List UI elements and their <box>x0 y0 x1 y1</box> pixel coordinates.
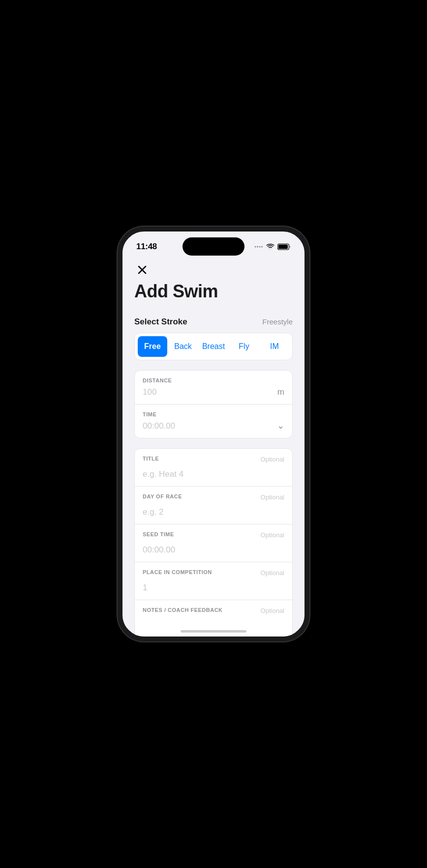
screen-content: Add Swim Select Stroke Freestyle Free Ba… <box>122 258 305 637</box>
stroke-label: Select Stroke <box>134 317 187 327</box>
svg-point-0 <box>255 246 256 248</box>
distance-field[interactable]: DISTANCE 100 m <box>135 371 292 405</box>
stroke-btn-fly[interactable]: Fly <box>229 336 259 357</box>
stroke-btn-free[interactable]: Free <box>138 336 167 357</box>
battery-icon <box>277 243 291 250</box>
stroke-btn-back[interactable]: Back <box>168 336 198 357</box>
svg-point-2 <box>259 246 261 248</box>
time-label: TIME <box>143 411 284 417</box>
place-label: PLACE IN COMPETITION <box>143 569 212 575</box>
day-of-race-optional-tag: Optional <box>261 493 284 501</box>
distance-value: 100 <box>143 387 156 397</box>
distance-unit: m <box>277 387 284 397</box>
status-time: 11:48 <box>136 242 157 252</box>
seed-time-field[interactable]: SEED TIME Optional 00:00.00 <box>135 524 292 562</box>
page-title: Add Swim <box>134 282 293 301</box>
title-label: TITLE <box>143 456 159 462</box>
wifi-icon <box>266 244 274 250</box>
day-of-race-field[interactable]: DAY OF RACE Optional e.g. 2 <box>135 487 292 524</box>
place-optional-tag: Optional <box>261 569 284 577</box>
day-of-race-placeholder: e.g. 2 <box>143 507 164 517</box>
notes-label: NOTES / COACH FEEDBACK <box>143 607 223 613</box>
distance-label: DISTANCE <box>143 377 284 383</box>
stroke-btn-im[interactable]: IM <box>260 336 289 357</box>
seed-time-label: SEED TIME <box>143 531 174 537</box>
title-field[interactable]: TITLE Optional e.g. Heat 4 <box>135 449 292 487</box>
distance-time-card: DISTANCE 100 m TIME 00:00.00 ⌄ <box>134 370 293 438</box>
svg-point-1 <box>257 246 258 248</box>
svg-rect-5 <box>278 245 288 249</box>
place-placeholder: 1 <box>143 583 147 592</box>
title-placeholder: e.g. Heat 4 <box>143 469 183 479</box>
svg-point-3 <box>261 246 263 248</box>
home-indicator <box>181 630 246 633</box>
time-value: 00:00.00 <box>143 421 175 431</box>
place-field[interactable]: PLACE IN COMPETITION Optional 1 <box>135 562 292 600</box>
optional-fields-card: TITLE Optional e.g. Heat 4 DAY OF RACE O… <box>134 448 293 637</box>
chevron-down-icon: ⌄ <box>277 420 284 431</box>
stroke-btn-breast[interactable]: Breast <box>199 336 228 357</box>
stroke-section-header: Select Stroke Freestyle <box>134 317 293 327</box>
seed-time-value: 00:00.00 <box>143 545 175 554</box>
seed-time-optional-tag: Optional <box>261 531 284 539</box>
dynamic-island <box>183 237 244 256</box>
signal-icon <box>254 243 263 250</box>
stroke-selector: Free Back Breast Fly IM <box>134 333 293 360</box>
notes-optional-tag: Optional <box>261 607 284 614</box>
stroke-current-value: Freestyle <box>262 318 293 326</box>
time-field[interactable]: TIME 00:00.00 ⌄ <box>135 405 292 438</box>
status-icons <box>254 243 291 250</box>
day-of-race-label: DAY OF RACE <box>143 493 182 499</box>
title-optional-tag: Optional <box>261 456 284 463</box>
close-button[interactable] <box>134 262 150 278</box>
